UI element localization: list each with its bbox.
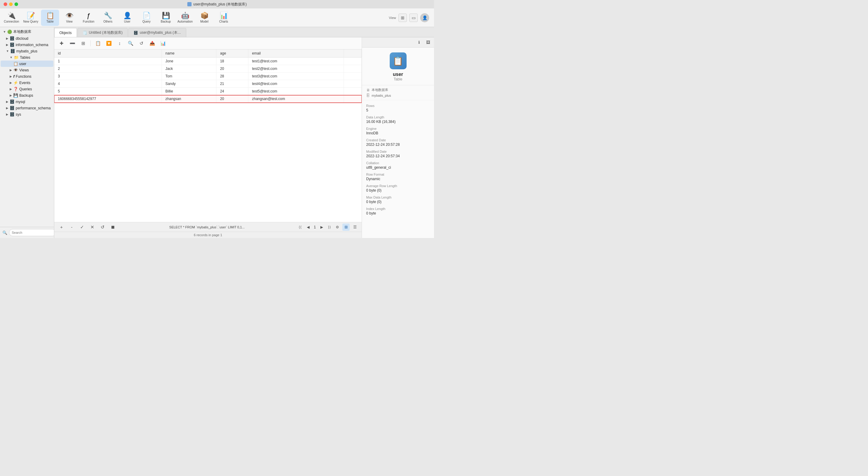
- table-row[interactable]: 5Billie24test5@test.com: [54, 88, 362, 95]
- schema-name-row: 🗄 mybatis_plus: [366, 93, 430, 98]
- minimize-button[interactable]: [9, 2, 13, 6]
- sidebar-item-performance-schema[interactable]: ▶ 🗄️ performance_schema: [1, 105, 53, 111]
- table-row[interactable]: 1Jone18test1@test.com: [54, 58, 362, 65]
- sidebar-item-mysql[interactable]: ▶ 🗄️ mysql: [1, 98, 53, 105]
- sidebar-item-user-table[interactable]: 📋 user: [1, 61, 53, 67]
- sidebar-item-mybatis-plus[interactable]: ▼ 🗄️ mybatis_plus: [1, 48, 53, 54]
- sort-button[interactable]: ↕: [116, 39, 124, 47]
- model-button[interactable]: 📦 Model: [195, 10, 213, 26]
- filter-button[interactable]: 🔽: [104, 39, 113, 47]
- cell-age[interactable]: 24: [216, 88, 248, 95]
- copy-row-button[interactable]: ⊞: [79, 39, 87, 47]
- sidebar-item-backups[interactable]: ▶ 💾 Backups: [1, 92, 53, 98]
- settings-button[interactable]: ⚙: [334, 224, 341, 230]
- last-page-button[interactable]: ⟩⟩: [326, 224, 333, 230]
- sidebar-item-dbcloud[interactable]: ▶ 🗄️ dbcloud: [1, 35, 53, 41]
- cell-age[interactable]: 20: [216, 65, 248, 73]
- cell-email[interactable]: test2@test.com: [248, 65, 344, 73]
- sidebar-item-local-db[interactable]: ▼ 🟢 本地数据库: [1, 28, 53, 35]
- search-input[interactable]: [9, 229, 54, 236]
- cell-id[interactable]: 3: [54, 73, 161, 80]
- user-button[interactable]: 👤 User: [118, 10, 136, 26]
- delete-row-button[interactable]: ➖: [68, 39, 76, 47]
- table-row[interactable]: 2Jack20test2@test.com: [54, 65, 362, 73]
- export-button[interactable]: 📤: [148, 39, 156, 47]
- cell-age[interactable]: 21: [216, 80, 248, 88]
- delete-record-status-button[interactable]: -: [67, 223, 76, 231]
- sidebar-item-label: Functions: [16, 74, 31, 78]
- cell-name[interactable]: Jone: [161, 58, 216, 65]
- new-query-button[interactable]: 📝 New Query: [22, 10, 40, 26]
- table-row[interactable]: 4Sandy21test4@test.com: [54, 80, 362, 88]
- sidebar-item-queries[interactable]: ▶ ❓ Queries: [1, 86, 53, 92]
- single-view-button[interactable]: ▭: [409, 13, 418, 22]
- cell-name[interactable]: Billie: [161, 88, 216, 95]
- cell-email[interactable]: test5@test.com: [248, 88, 344, 95]
- cell-age[interactable]: 18: [216, 58, 248, 65]
- maximize-button[interactable]: [14, 2, 18, 6]
- add-row-button[interactable]: ✚: [57, 39, 66, 47]
- stop-button[interactable]: ⏹: [108, 223, 117, 231]
- confirm-button[interactable]: ✓: [78, 223, 86, 231]
- view-button[interactable]: 👁️ View: [60, 10, 79, 26]
- backup-button[interactable]: 💾 Backup: [157, 10, 175, 26]
- sidebar-item-tables[interactable]: ▼ 📁 Tables: [1, 54, 53, 61]
- cell-email[interactable]: zhangsan@test.com: [248, 95, 344, 103]
- cell-age[interactable]: 28: [216, 73, 248, 80]
- tab-untitled[interactable]: 🗒️ Untitled (本地数据库): [78, 28, 128, 37]
- row-format-label: Row Format: [366, 172, 430, 176]
- queries-icon: ❓: [13, 87, 18, 91]
- cell-email[interactable]: test1@test.com: [248, 58, 344, 65]
- automation-button[interactable]: 🤖 Automation: [176, 10, 194, 26]
- cell-id[interactable]: 1: [54, 58, 161, 65]
- user-avatar[interactable]: 👤: [420, 13, 429, 22]
- connection-button[interactable]: 🔌 Connection: [2, 10, 21, 26]
- tab-user[interactable]: 🗄️ user@mybatis_plus (本…: [128, 28, 186, 37]
- page-number: 1: [313, 225, 317, 229]
- first-page-button[interactable]: ⟨⟨: [297, 224, 304, 230]
- grid-view-button[interactable]: ⊞: [342, 224, 350, 231]
- sidebar-item-sys[interactable]: ▶ 🗄️ sys: [1, 111, 53, 118]
- table-button[interactable]: 📋 Table: [41, 10, 59, 26]
- tab-objects[interactable]: Objects: [54, 28, 77, 37]
- right-panel: ℹ 🖼 📋 user Table 🖥 本地数据库 🗄 mybatis_pl: [362, 37, 434, 238]
- action-bar: ✚ ➖ ⊞ 📋 🔽 ↕ 🔍 ↺ 📤 📊: [54, 37, 362, 50]
- add-record-status-button[interactable]: +: [57, 223, 66, 231]
- list-view-button[interactable]: ☰: [351, 224, 359, 231]
- data-table-container: id name age email 1Jone18test1@test.com2…: [54, 50, 362, 222]
- cancel-button[interactable]: ✕: [88, 223, 96, 231]
- charts-button[interactable]: 📊 Charts: [215, 10, 233, 26]
- refresh-button[interactable]: ↺: [137, 39, 146, 47]
- table-row[interactable]: 1606668345558142977zhangsan20zhangsan@te…: [54, 95, 362, 103]
- charts-icon: 📊: [220, 12, 228, 19]
- split-view-button[interactable]: ⊞: [398, 13, 407, 22]
- sidebar-item-events[interactable]: ▶ ⚡ Events: [1, 80, 53, 86]
- next-page-button[interactable]: ▶: [318, 224, 325, 230]
- query-button[interactable]: 📄 Query: [137, 10, 156, 26]
- cell-email[interactable]: test4@test.com: [248, 80, 344, 88]
- cell-id[interactable]: 4: [54, 80, 161, 88]
- cell-id[interactable]: 1606668345558142977: [54, 95, 161, 103]
- search-bar-button[interactable]: 🔍: [126, 39, 135, 47]
- sidebar-item-functions[interactable]: ▶ f Functions: [1, 73, 53, 80]
- cell-email[interactable]: test3@test.com: [248, 73, 344, 80]
- sidebar-item-views[interactable]: ▶ 👁️ Views: [1, 67, 53, 73]
- prev-page-button[interactable]: ◀: [305, 224, 311, 230]
- sidebar-item-information-schema[interactable]: ▶ 🗄️ information_schema: [1, 41, 53, 48]
- close-button[interactable]: [4, 2, 7, 6]
- cell-id[interactable]: 2: [54, 65, 161, 73]
- table-row[interactable]: 3Tom28test3@test.com: [54, 73, 362, 80]
- cell-name[interactable]: Sandy: [161, 80, 216, 88]
- cell-name[interactable]: Tom: [161, 73, 216, 80]
- others-button[interactable]: 🔧 Others: [99, 10, 117, 26]
- cell-name[interactable]: zhangsan: [161, 95, 216, 103]
- cell-id[interactable]: 5: [54, 88, 161, 95]
- add-record-button[interactable]: 📋: [94, 39, 102, 47]
- chart-button[interactable]: 📊: [159, 39, 167, 47]
- refresh-status-button[interactable]: ↺: [98, 223, 107, 231]
- cell-name[interactable]: Jack: [161, 65, 216, 73]
- image-icon-button[interactable]: 🖼: [424, 39, 432, 46]
- function-button[interactable]: ƒ Function: [80, 10, 98, 26]
- info-icon-button[interactable]: ℹ: [415, 39, 423, 46]
- cell-age[interactable]: 20: [216, 95, 248, 103]
